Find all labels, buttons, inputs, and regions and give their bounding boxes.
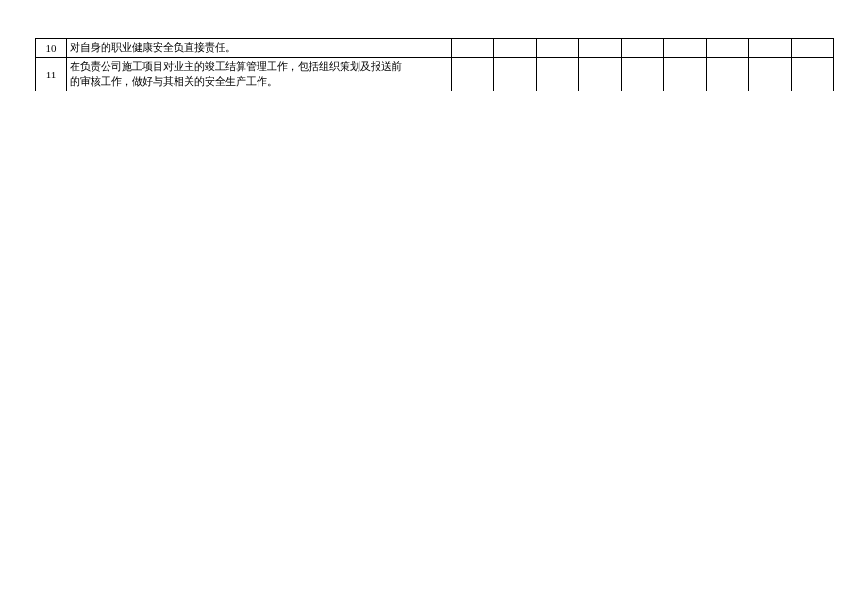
- row-description: 在负责公司施工项目对业主的竣工结算管理工作，包括组织策划及报送前的审核工作，做好…: [67, 58, 409, 91]
- empty-cell: [749, 58, 792, 91]
- empty-cell: [494, 58, 537, 91]
- empty-cell: [622, 39, 664, 58]
- document-table: 10 对自身的职业健康安全负直接责任。 11 在负责公司施工项目对业主的竣工结算…: [35, 38, 833, 91]
- empty-cell: [537, 39, 579, 58]
- table-row: 11 在负责公司施工项目对业主的竣工结算管理工作，包括组织策划及报送前的审核工作…: [36, 58, 834, 91]
- empty-cell: [494, 39, 537, 58]
- empty-cell: [792, 39, 834, 58]
- row-number: 11: [36, 58, 67, 91]
- empty-cell: [749, 39, 792, 58]
- empty-cell: [579, 39, 622, 58]
- empty-cell: [707, 39, 749, 58]
- empty-cell: [409, 39, 452, 58]
- empty-cell: [452, 58, 494, 91]
- empty-cell: [707, 58, 749, 91]
- row-description: 对自身的职业健康安全负直接责任。: [67, 39, 409, 58]
- responsibility-table: 10 对自身的职业健康安全负直接责任。 11 在负责公司施工项目对业主的竣工结算…: [35, 38, 834, 91]
- empty-cell: [792, 58, 834, 91]
- empty-cell: [664, 39, 707, 58]
- empty-cell: [664, 58, 707, 91]
- table-row: 10 对自身的职业健康安全负直接责任。: [36, 39, 834, 58]
- empty-cell: [452, 39, 494, 58]
- empty-cell: [537, 58, 579, 91]
- empty-cell: [409, 58, 452, 91]
- empty-cell: [622, 58, 664, 91]
- empty-cell: [579, 58, 622, 91]
- row-number: 10: [36, 39, 67, 58]
